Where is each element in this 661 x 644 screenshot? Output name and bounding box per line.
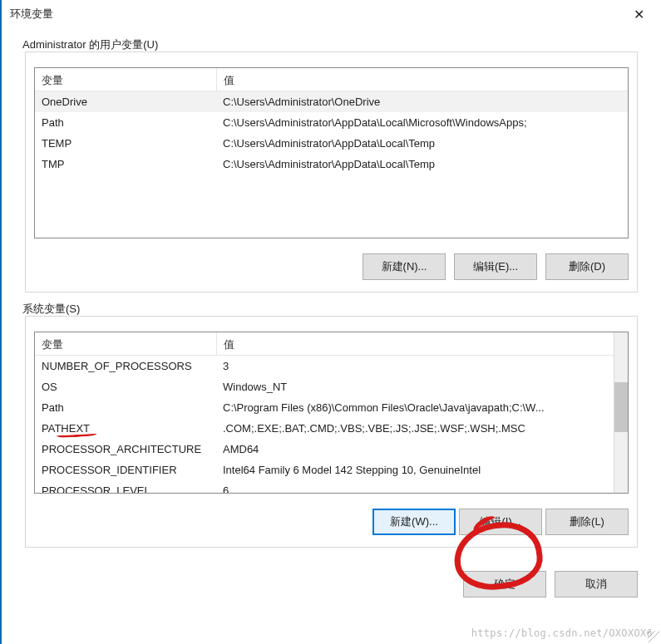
- cell-value: C:\Users\Administrator\AppData\Local\Tem…: [216, 135, 628, 152]
- dialog-client-area: Administrator 的用户变量(U) 变量 值 OneDrive C:\…: [2, 52, 661, 614]
- list-row[interactable]: PROCESSOR_LEVEL 6: [35, 480, 614, 493]
- cell-name: Path: [35, 114, 216, 131]
- column-header-name[interactable]: 变量: [35, 332, 216, 355]
- cell-value: .COM;.EXE;.BAT;.CMD;.VBS;.VBE;.JS;.JSE;.…: [216, 420, 614, 437]
- column-header-value[interactable]: 值: [216, 332, 614, 355]
- list-row[interactable]: PROCESSOR_ARCHITECTURE AMD64: [35, 439, 614, 460]
- list-row[interactable]: Path C:\Program Files (x86)\Common Files…: [35, 397, 614, 418]
- cell-value: C:\Program Files (x86)\Common Files\Orac…: [216, 399, 614, 416]
- system-variables-group: 系统变量(S) 变量 值 NUMBER_OF_PROCESSORS 3 OS W…: [25, 316, 638, 548]
- window-title: 环境变量: [10, 7, 53, 22]
- cell-value: 3: [216, 357, 614, 375]
- list-header: 变量 值: [35, 68, 628, 91]
- user-variables-group: Administrator 的用户变量(U) 变量 值 OneDrive C:\…: [25, 52, 638, 293]
- cell-value: 6: [216, 482, 614, 493]
- list-row[interactable]: PROCESSOR_IDENTIFIER Intel64 Family 6 Mo…: [35, 460, 614, 480]
- scrollbar-thumb[interactable]: [614, 382, 628, 432]
- column-header-value[interactable]: 值: [216, 68, 628, 91]
- user-delete-button[interactable]: 删除(D): [545, 253, 629, 280]
- cell-value: C:\Users\Administrator\AppData\Local\Tem…: [216, 155, 628, 173]
- close-button[interactable]: ✕: [619, 2, 658, 27]
- list-row[interactable]: PATHEXT .COM;.EXE;.BAT;.CMD;.VBS;.VBE;.J…: [35, 418, 614, 439]
- cancel-button[interactable]: 取消: [555, 571, 638, 597]
- cell-name: PATHEXT: [35, 420, 216, 437]
- cell-value: C:\Users\Administrator\AppData\Local\Mic…: [216, 114, 628, 131]
- cell-value: AMD64: [216, 440, 614, 458]
- column-header-name[interactable]: 变量: [35, 68, 216, 91]
- user-variables-legend: Administrator 的用户变量(U): [22, 37, 158, 52]
- title-bar: 环境变量 ✕: [2, 0, 661, 28]
- cell-name: OneDrive: [35, 93, 216, 111]
- list-row[interactable]: TMP C:\Users\Administrator\AppData\Local…: [35, 154, 628, 175]
- cell-value: Windows_NT: [216, 378, 614, 396]
- system-variables-legend: 系统变量(S): [22, 302, 80, 317]
- list-header: 变量 值: [35, 332, 614, 356]
- system-variables-list[interactable]: 变量 值 NUMBER_OF_PROCESSORS 3 OS Windows_N…: [34, 332, 629, 494]
- cell-name: PROCESSOR_IDENTIFIER: [35, 461, 216, 479]
- user-edit-button[interactable]: 编辑(E)...: [454, 253, 537, 280]
- list-row[interactable]: OneDrive C:\Users\Administrator\OneDrive: [35, 91, 628, 112]
- list-row[interactable]: TEMP C:\Users\Administrator\AppData\Loca…: [35, 133, 628, 154]
- list-row[interactable]: OS Windows_NT: [35, 376, 614, 397]
- system-new-button[interactable]: 新建(W)...: [372, 509, 456, 535]
- ok-button[interactable]: 确定: [463, 571, 546, 597]
- cell-name: PROCESSOR_ARCHITECTURE: [35, 440, 216, 458]
- cell-name: TEMP: [35, 135, 216, 152]
- cell-value: Intel64 Family 6 Model 142 Stepping 10, …: [216, 461, 614, 479]
- resize-grip-icon[interactable]: [648, 631, 659, 642]
- user-variables-list[interactable]: 变量 值 OneDrive C:\Users\Administrator\One…: [34, 67, 629, 238]
- system-edit-button[interactable]: 编辑(I)...: [459, 509, 542, 535]
- cell-name: PROCESSOR_LEVEL: [35, 482, 216, 493]
- user-variables-button-row: 新建(N)... 编辑(E)... 删除(D): [34, 253, 629, 280]
- dialog-button-row: 确定 取消: [25, 571, 638, 597]
- list-row[interactable]: NUMBER_OF_PROCESSORS 3: [35, 356, 614, 376]
- cell-name: NUMBER_OF_PROCESSORS: [35, 357, 216, 375]
- scrollbar[interactable]: [614, 332, 628, 493]
- system-variables-button-row: 新建(W)... 编辑(I)... 删除(L): [34, 509, 629, 535]
- cell-name: Path: [35, 399, 216, 416]
- cell-name: TMP: [35, 155, 216, 173]
- cell-value: C:\Users\Administrator\OneDrive: [216, 93, 628, 111]
- user-new-button[interactable]: 新建(N)...: [363, 253, 446, 280]
- cell-name: OS: [35, 378, 216, 396]
- list-row[interactable]: Path C:\Users\Administrator\AppData\Loca…: [35, 112, 628, 133]
- watermark: https://blog.csdn.net/OXOXOX6: [471, 627, 653, 639]
- system-delete-button[interactable]: 删除(L): [545, 509, 629, 535]
